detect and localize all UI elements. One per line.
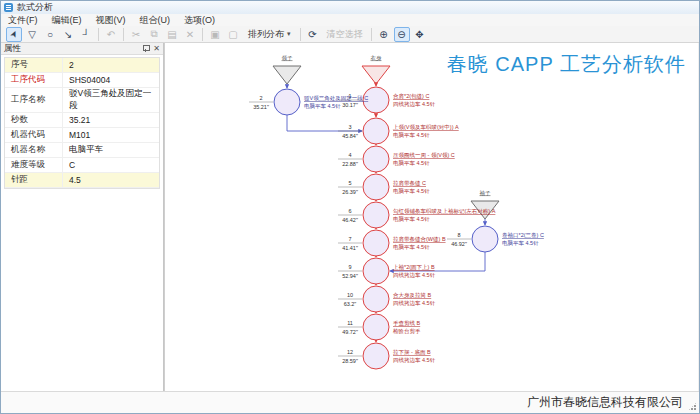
pin-icon[interactable] <box>143 45 148 52</box>
process-node-6[interactable] <box>363 202 389 228</box>
resize-grip[interactable] <box>688 402 697 411</box>
property-value[interactable]: C <box>63 160 159 170</box>
node-machine: 四线拷边车 4.5针 <box>393 300 436 307</box>
process-node-11[interactable] <box>363 314 389 340</box>
node-seq: 7 <box>348 236 351 242</box>
node-seq: 12 <box>347 349 353 355</box>
menu-edit[interactable]: 编辑(E) <box>45 14 89 27</box>
delete-icon: ✕ <box>186 29 194 40</box>
zoom-in-button[interactable]: ⊕ <box>376 27 392 42</box>
pan-button[interactable]: ✥ <box>412 27 428 42</box>
select-tool-button[interactable]: ➤ <box>6 27 22 42</box>
select-tool-icon: ➤ <box>8 28 20 39</box>
source-label-collar: 领子 <box>282 55 294 61</box>
menu-group[interactable]: 组合(U) <box>133 14 178 27</box>
property-value[interactable]: 驳V领三角处及固定一段 <box>63 88 159 112</box>
elbow-connector-button[interactable]: ┘ <box>78 27 94 42</box>
cut-button[interactable]: ✂ <box>128 27 144 42</box>
node-time: 52.94" <box>342 273 358 279</box>
process-node-5[interactable] <box>363 174 389 200</box>
company-name: 广州市春晓信息科技有限公司 <box>527 394 683 411</box>
properties-panel-header: 属性 ✕ <box>1 43 163 55</box>
transform-select-button[interactable]: ⟳ <box>305 27 321 42</box>
node-time: 28.59" <box>342 358 358 364</box>
source-label-body: 衣身 <box>371 55 383 61</box>
node-machine: 电脑平车 4.5针 <box>393 131 430 138</box>
delete-button[interactable]: ✕ <box>182 27 198 42</box>
app-icon <box>4 3 13 12</box>
transform-select-icon: ⟳ <box>308 29 316 40</box>
source-triangle-collar[interactable] <box>273 66 301 84</box>
property-value[interactable]: SHS04004 <box>63 75 159 85</box>
property-row-machine-code: 机器代码 M101 <box>5 128 159 143</box>
process-node-3[interactable] <box>363 118 389 144</box>
node-seq: 5 <box>348 180 351 186</box>
node-name: 上袖*2(圆下上) B <box>393 264 435 271</box>
menu-bar: 文件(F) 编辑(E) 视图(V) 组合(U) 选项(O) <box>1 14 699 26</box>
process-node-8[interactable] <box>472 226 498 252</box>
property-label: 针距 <box>5 173 63 187</box>
process-flowchart: 领子 衣身 袖子 <box>165 43 698 391</box>
menu-file[interactable]: 文件(F) <box>1 14 45 27</box>
bring-to-front-button[interactable]: ▣ <box>207 27 223 42</box>
chevron-down-icon: ▾ <box>287 30 291 38</box>
node-seq: 4 <box>348 152 351 158</box>
process-node-7[interactable] <box>363 230 389 256</box>
node-machine: 电脑平车 4.5针 <box>393 159 430 166</box>
process-node-12[interactable] <box>363 343 389 369</box>
property-label: 序号 <box>5 58 63 72</box>
copy-button[interactable]: ⧉ <box>146 27 162 42</box>
zoom-out-button[interactable]: ⊖ <box>394 27 410 42</box>
node-time: 35.21" <box>253 104 269 110</box>
property-row-seconds: 秒数 35.21 <box>5 113 159 128</box>
arrange-distribute-button[interactable]: 排列分布 ▾ <box>243 27 296 42</box>
bring-to-front-icon: ▣ <box>210 29 219 40</box>
property-value[interactable]: M101 <box>63 130 159 140</box>
property-value[interactable]: 4.5 <box>63 175 159 185</box>
ellipse-tool-button[interactable]: ○ <box>42 27 58 42</box>
property-label: 工序名称 <box>5 88 63 112</box>
undo-icon: ↶ <box>107 29 115 40</box>
process-node-9[interactable] <box>363 258 389 284</box>
undo-button[interactable]: ↶ <box>103 27 119 42</box>
process-node-10[interactable] <box>363 286 389 312</box>
property-row-process-name: 工序名称 驳V领三角处及固定一段 <box>5 88 159 113</box>
node-machine: 四线拷边车 4.5针 <box>393 357 436 364</box>
node-name: 勾红领铺条车织唛及上袖标记(左右对称) A <box>393 208 496 215</box>
line-connector-icon: ↘ <box>64 29 72 40</box>
node-seq: 2 <box>259 95 262 101</box>
paste-button[interactable]: ▤ <box>164 27 180 42</box>
menu-options[interactable]: 选项(O) <box>177 14 222 27</box>
node-machine: 检验台剪手 <box>393 328 421 335</box>
property-value[interactable]: 2 <box>63 60 159 70</box>
line-connector-button[interactable]: ↘ <box>60 27 76 42</box>
menu-view[interactable]: 视图(V) <box>89 14 133 27</box>
send-to-back-button[interactable]: ▢ <box>225 27 241 42</box>
source-triangle-body[interactable] <box>362 66 390 84</box>
property-row-seq: 序号 2 <box>5 58 159 73</box>
property-value[interactable]: 电脑平车 <box>63 144 159 156</box>
watermark-title: 春晓 CAPP 工艺分析软件 <box>447 51 686 78</box>
close-icon[interactable]: ✕ <box>153 45 160 53</box>
node-name: 拉肩带条缝合(W缝) B <box>393 236 446 243</box>
property-value[interactable]: 35.21 <box>63 115 159 125</box>
toolbar: ➤ ▽ ○ ↘ ┘ ↶ ✂ ⧉ ▤ ✕ ▣ ▢ 排列分布 ▾ ⟳ 清空选择 ⊕ … <box>1 26 699 43</box>
property-row-process-code: 工序代码 SHS04004 <box>5 73 159 88</box>
pan-icon: ✥ <box>415 29 423 40</box>
clear-selection-button[interactable]: 清空选择 <box>323 27 367 42</box>
node-machine: 四线拷边车 4.5针 <box>393 272 436 279</box>
node-time: 45.84" <box>342 133 358 139</box>
diagram-canvas[interactable]: 春晓 CAPP 工艺分析软件 领子 衣身 袖子 <box>164 43 698 391</box>
properties-title: 属性 <box>4 43 21 55</box>
ellipse-tool-icon: ○ <box>47 29 53 40</box>
node-time: 63.2" <box>344 301 357 307</box>
paste-icon: ▤ <box>167 29 176 40</box>
zoom-out-icon: ⊖ <box>397 29 405 40</box>
node-machine: 四线拷边车 4.5针 <box>393 101 436 108</box>
triangle-tool-button[interactable]: ▽ <box>24 27 40 42</box>
property-label: 工序代码 <box>5 73 63 87</box>
node-name: 合肩*2(包缝) C <box>393 93 429 100</box>
process-node-2[interactable] <box>274 89 300 115</box>
process-node-4[interactable] <box>363 146 389 172</box>
property-label: 秒数 <box>5 113 63 127</box>
